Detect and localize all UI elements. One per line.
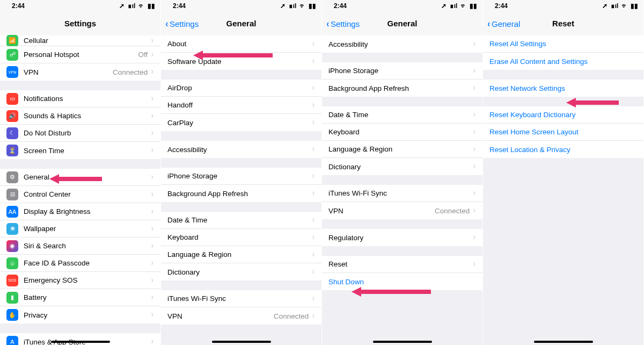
list-item[interactable]: Regulatory› xyxy=(322,229,482,246)
list-item[interactable]: Reset› xyxy=(322,256,482,273)
list-item[interactable]: CarPlay› xyxy=(161,114,321,131)
list-section: Accessibility› xyxy=(322,35,482,53)
list-item[interactable]: ▮Battery› xyxy=(0,289,160,306)
chevron-right-icon: › xyxy=(151,292,153,303)
list-item[interactable]: ⊟Control Center› xyxy=(0,186,160,203)
chevron-right-icon: › xyxy=(473,232,475,242)
list-item[interactable]: Date & Time› xyxy=(161,212,321,229)
back-button[interactable]: ‹ Settings xyxy=(326,12,360,35)
list-item[interactable]: Accessibility› xyxy=(322,35,482,53)
row-label: CarPlay xyxy=(167,119,312,127)
list-item[interactable]: VPNVPNConnected› xyxy=(0,63,160,81)
chevron-right-icon: › xyxy=(312,188,314,198)
home-indicator[interactable] xyxy=(373,341,432,343)
chevron-right-icon: › xyxy=(312,38,314,49)
row-label: Accessibility xyxy=(167,146,312,154)
list-item[interactable]: AiTunes & App Store› xyxy=(0,333,160,345)
list-item[interactable]: iPhone Storage› xyxy=(322,62,482,80)
list-item[interactable]: SOSEmergency SOS› xyxy=(0,272,160,289)
list-item[interactable]: Date & Time› xyxy=(322,106,482,124)
list-item[interactable]: ☺Face ID & Passcode› xyxy=(0,255,160,272)
signal-icon: ∎ıl xyxy=(611,2,619,10)
chevron-right-icon: › xyxy=(151,35,153,46)
list-item[interactable]: 📶Cellular› xyxy=(0,35,160,46)
status-bar: 2:44 ➚ ∎ıl ᯤ ▮▮ xyxy=(483,0,643,12)
list-section: Reset Keyboard DictionaryReset Home Scre… xyxy=(483,106,643,158)
list-item[interactable]: iTunes Wi-Fi Sync› xyxy=(161,290,321,307)
row-label: Background App Refresh xyxy=(167,190,312,198)
home-indicator[interactable] xyxy=(534,341,593,343)
signal-icon: ∎ıl xyxy=(450,2,458,10)
row-label: iPhone Storage xyxy=(328,67,473,75)
list-item[interactable]: Reset Home Screen Layout xyxy=(483,124,643,141)
list-item[interactable]: ◉Siri & Search› xyxy=(0,238,160,255)
list-item[interactable]: Reset Location & Privacy xyxy=(483,141,643,158)
list-item[interactable]: AADisplay & Brightness› xyxy=(0,203,160,220)
chevron-left-icon: ‹ xyxy=(327,18,330,30)
chevron-right-icon: › xyxy=(312,117,314,127)
row-label: Wallpaper xyxy=(24,225,151,233)
back-button[interactable]: ‹ General xyxy=(487,12,520,35)
list-item[interactable]: Accessibility› xyxy=(161,141,321,158)
list-item[interactable]: iTunes Wi-Fi Sync› xyxy=(322,185,482,202)
list-item[interactable]: VPNConnected› xyxy=(322,202,482,219)
location-icon: ➚ xyxy=(119,2,125,10)
list-item[interactable]: ☍Personal HotspotOff› xyxy=(0,46,160,63)
row-label: Date & Time xyxy=(328,111,473,119)
status-time: 2:44 xyxy=(173,2,186,10)
list-item[interactable]: ⏳Screen Time› xyxy=(0,142,160,159)
list-section: Reset All SettingsErase All Content and … xyxy=(483,35,643,70)
row-icon: SOS xyxy=(6,275,18,286)
back-label: General xyxy=(492,19,520,28)
home-indicator[interactable] xyxy=(51,341,110,343)
row-label: Shut Down xyxy=(328,278,476,286)
list-item[interactable]: Keyboard› xyxy=(161,229,321,246)
row-icon: A xyxy=(6,336,18,345)
chevron-right-icon: › xyxy=(473,143,475,154)
row-label: Face ID & Passcode xyxy=(24,259,151,267)
battery-icon: ▮▮ xyxy=(148,2,155,10)
list-item[interactable]: Erase All Content and Settings xyxy=(483,53,643,70)
list-item[interactable]: Keyboard› xyxy=(322,124,482,141)
status-time: 2:44 xyxy=(334,2,347,10)
list-item[interactable]: Background App Refresh› xyxy=(322,80,482,97)
list-item[interactable]: ❀Wallpaper› xyxy=(0,220,160,238)
row-icon: ✋ xyxy=(6,309,18,321)
row-icon: ☍ xyxy=(6,49,18,61)
list-item[interactable]: ⚙General› xyxy=(0,169,160,186)
back-button[interactable]: ‹ Settings xyxy=(165,12,199,35)
list-item[interactable]: Shut Down xyxy=(322,273,482,290)
wifi-icon: ᯤ xyxy=(299,2,306,10)
list-item[interactable]: Handoff› xyxy=(161,97,321,114)
list-item[interactable]: AirDrop› xyxy=(161,80,321,97)
status-bar: 2:44 ➚ ∎ıl ᯤ ▮▮ xyxy=(322,0,482,12)
list-item[interactable]: Dictionary› xyxy=(322,158,482,175)
chevron-right-icon: › xyxy=(151,49,153,60)
row-icon: ▭ xyxy=(6,93,18,105)
row-icon: ☾ xyxy=(6,127,18,139)
list-item[interactable]: Reset Keyboard Dictionary xyxy=(483,106,643,124)
chevron-right-icon: › xyxy=(473,82,475,93)
row-icon: 🔊 xyxy=(6,110,18,122)
list-item[interactable]: 🔊Sounds & Haptics› xyxy=(0,107,160,125)
list-section: Accessibility› xyxy=(161,141,321,158)
list-item[interactable]: ▭Notifications› xyxy=(0,90,160,107)
row-icon: ❀ xyxy=(6,223,18,235)
list-item[interactable]: Language & Region› xyxy=(322,141,482,158)
row-icon: ▮ xyxy=(6,292,18,304)
row-label: Keyboard xyxy=(167,233,312,241)
list-item[interactable]: ✋Privacy› xyxy=(0,306,160,324)
list-item[interactable]: ☾Do Not Disturb› xyxy=(0,125,160,142)
list-item[interactable]: iPhone Storage› xyxy=(161,168,321,185)
list-item[interactable]: Dictionary› xyxy=(161,263,321,281)
list-item[interactable]: Software Update› xyxy=(161,53,321,70)
list-item[interactable]: About› xyxy=(161,35,321,53)
list-item[interactable]: Language & Region› xyxy=(161,246,321,263)
list-item[interactable]: Background App Refresh› xyxy=(161,185,321,202)
list-item[interactable]: VPNConnected› xyxy=(161,307,321,325)
chevron-right-icon: › xyxy=(151,309,153,320)
home-indicator[interactable] xyxy=(212,341,271,343)
list-item[interactable]: Reset All Settings xyxy=(483,35,643,53)
list-item[interactable]: Reset Network Settings xyxy=(483,80,643,97)
row-label: Handoff xyxy=(167,101,312,109)
